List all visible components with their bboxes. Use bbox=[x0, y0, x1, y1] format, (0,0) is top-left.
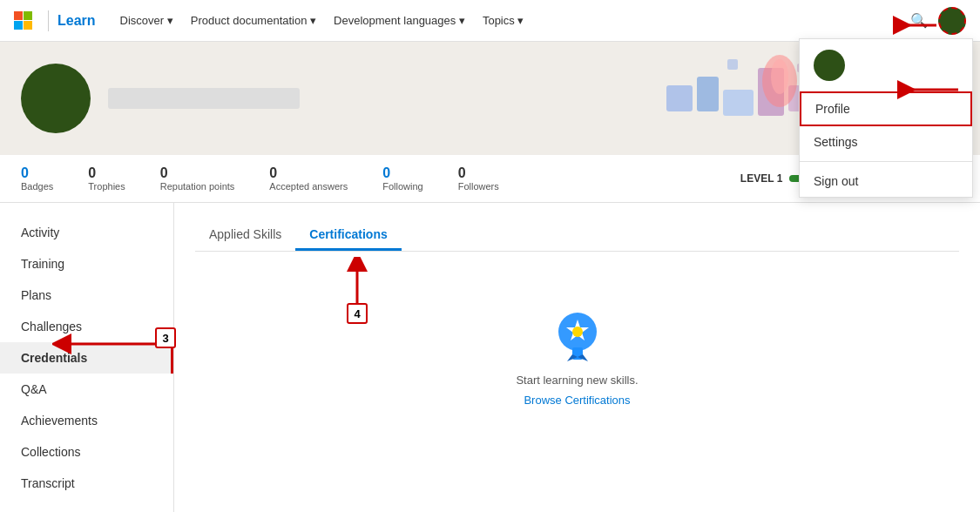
sidebar-item-plans[interactable]: Plans bbox=[0, 280, 173, 311]
brand-label: Learn bbox=[57, 13, 96, 29]
sidebar-item-challenges[interactable]: Challenges bbox=[0, 311, 173, 342]
dropdown-avatar bbox=[814, 50, 845, 81]
svg-rect-9 bbox=[727, 59, 738, 70]
svg-point-8 bbox=[771, 59, 788, 94]
sidebar-item-achievements[interactable]: Achievements bbox=[0, 405, 173, 436]
stat-badges-label: Badges bbox=[21, 181, 53, 192]
sidebar-item-training[interactable]: Training bbox=[0, 248, 173, 280]
sidebar-item-qa[interactable]: Q&A bbox=[0, 374, 173, 405]
sidebar-item-credentials[interactable]: Credentials bbox=[0, 342, 173, 374]
settings-menu-item[interactable]: Settings bbox=[800, 126, 972, 158]
dropdown-divider bbox=[800, 161, 972, 162]
sidebar-item-activity[interactable]: Activity bbox=[0, 217, 173, 248]
nav-links: Discover ▾Product documentation ▾Develop… bbox=[113, 10, 907, 30]
stat-answers: 0 Accepted answers bbox=[269, 165, 348, 192]
stat-trophies: 0 Trophies bbox=[88, 165, 125, 192]
signout-menu-item[interactable]: Sign out bbox=[800, 165, 972, 197]
main-content: Activity Training Plans Challenges Crede… bbox=[0, 203, 980, 512]
nav-link-development-languages[interactable]: Development languages ▾ bbox=[327, 10, 472, 30]
sidebar: Activity Training Plans Challenges Crede… bbox=[0, 203, 174, 512]
stat-following-number: 0 bbox=[382, 165, 390, 181]
stat-trophies-number: 0 bbox=[88, 165, 96, 181]
stat-answers-number: 0 bbox=[269, 165, 277, 181]
cert-empty-state: Start learning new skills. Browse Certif… bbox=[195, 273, 959, 441]
sidebar-item-collections[interactable]: Collections bbox=[0, 436, 173, 468]
nav-divider bbox=[48, 10, 49, 31]
top-navigation: Learn Discover ▾Product documentation ▾D… bbox=[0, 0, 980, 42]
stat-followers-label: Followers bbox=[458, 181, 499, 192]
nav-link-product-documentation[interactable]: Product documentation ▾ bbox=[184, 10, 323, 30]
banner-name-placeholder bbox=[108, 88, 300, 109]
search-button[interactable]: 🔍 bbox=[907, 9, 931, 32]
dropdown-avatar-row bbox=[800, 50, 972, 91]
stat-badges-number: 0 bbox=[21, 165, 29, 181]
stat-following-label: Following bbox=[382, 181, 422, 192]
svg-rect-2 bbox=[697, 77, 719, 111]
content-area: Applied Skills Certifications Start lear… bbox=[174, 203, 980, 512]
sidebar-item-transcript[interactable]: Transcript bbox=[0, 468, 173, 499]
stat-following: 0 Following bbox=[382, 165, 422, 192]
stat-badges: 0 Badges bbox=[21, 165, 53, 192]
tab-certifications[interactable]: Certifications bbox=[295, 220, 401, 251]
stat-reputation-label: Reputation points bbox=[160, 181, 235, 192]
stat-followers-number: 0 bbox=[458, 165, 466, 181]
annotation-4: 4 bbox=[347, 303, 368, 324]
ms-logo bbox=[14, 11, 32, 30]
nav-link-discover[interactable]: Discover ▾ bbox=[113, 10, 180, 30]
annotation-3: 3 bbox=[155, 327, 176, 348]
svg-rect-1 bbox=[666, 85, 693, 111]
tab-applied-skills[interactable]: Applied Skills bbox=[195, 220, 295, 251]
banner-avatar bbox=[21, 64, 91, 133]
nav-right: 🔍 bbox=[907, 7, 966, 35]
level-label: LEVEL 1 bbox=[740, 172, 782, 185]
cert-empty-icon bbox=[550, 307, 605, 363]
cert-empty-text: Start learning new skills. bbox=[516, 374, 638, 387]
nav-link-topics[interactable]: Topics ▾ bbox=[476, 10, 531, 30]
stat-reputation: 0 Reputation points bbox=[160, 165, 235, 192]
profile-dropdown: Profile Settings Sign out bbox=[799, 38, 973, 198]
stat-followers: 0 Followers bbox=[458, 165, 499, 192]
profile-menu-item[interactable]: Profile bbox=[800, 91, 972, 126]
stat-reputation-number: 0 bbox=[160, 165, 168, 181]
user-avatar-button[interactable] bbox=[938, 7, 966, 35]
tabs-row: Applied Skills Certifications bbox=[195, 220, 959, 252]
stat-answers-label: Accepted answers bbox=[269, 181, 348, 192]
svg-rect-3 bbox=[723, 90, 754, 116]
svg-point-16 bbox=[572, 327, 583, 337]
stat-trophies-label: Trophies bbox=[88, 181, 125, 192]
browse-certifications-link[interactable]: Browse Certifications bbox=[524, 394, 630, 407]
banner-name-area bbox=[108, 88, 300, 109]
